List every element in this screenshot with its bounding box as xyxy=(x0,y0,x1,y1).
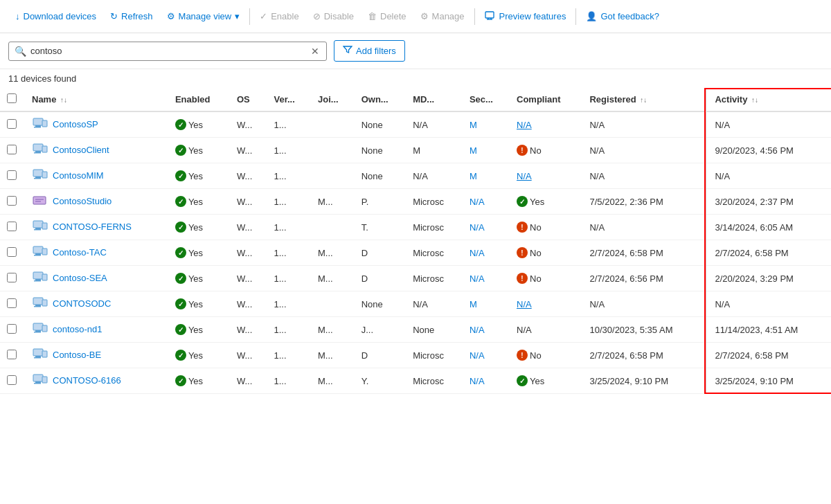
ver-cell: 1... xyxy=(267,215,311,240)
device-name-link[interactable]: CONTOSODC xyxy=(53,298,111,309)
svg-rect-44 xyxy=(35,381,41,383)
device-name-link[interactable]: CONTOSO-6166 xyxy=(53,375,121,386)
sec-cell: M xyxy=(463,163,510,189)
row-checkbox[interactable] xyxy=(7,222,17,231)
col-header-own: Own... xyxy=(355,88,406,111)
registered-cell: 2/7/2024, 6:58 PM xyxy=(582,343,706,368)
device-name-link[interactable]: ContosoSP xyxy=(53,119,98,129)
os-cell: W... xyxy=(230,368,267,394)
disable-button[interactable]: ⊘ Disable xyxy=(306,7,361,26)
delete-label: Delete xyxy=(380,11,406,21)
table-row: CONTOSO-6166 ✓ Yes W... 1... M... Y. Mic… xyxy=(0,368,831,394)
svg-rect-38 xyxy=(42,325,47,332)
sec-cell: N/A xyxy=(463,266,510,291)
device-name-link[interactable]: Contoso-TAC xyxy=(53,247,107,258)
search-input[interactable] xyxy=(30,46,310,56)
row-checkbox[interactable] xyxy=(7,375,17,385)
svg-rect-37 xyxy=(34,332,41,333)
row-checkbox-cell xyxy=(0,189,25,215)
enabled-cell: ✓ Yes xyxy=(168,291,230,317)
trash-icon: 🗑 xyxy=(368,11,377,21)
svg-rect-36 xyxy=(35,330,41,332)
search-clear-button[interactable]: ✕ xyxy=(310,46,321,57)
os-cell: W... xyxy=(230,215,267,240)
enabled-status: ✓ Yes xyxy=(175,273,203,284)
got-feedback-button[interactable]: 👤 Got feedback? xyxy=(579,7,666,26)
enabled-cell: ✓ Yes xyxy=(168,189,230,215)
device-name-link[interactable]: Contoso-BE xyxy=(53,350,101,360)
col-header-registered[interactable]: Registered ↑↓ xyxy=(582,88,706,111)
svg-rect-25 xyxy=(34,255,41,256)
device-name-link[interactable]: Contoso-SEA xyxy=(53,273,107,283)
enabled-cell: ✓ Yes xyxy=(168,317,230,343)
enabled-status: ✓ Yes xyxy=(175,375,203,386)
enabled-status: ✓ Yes xyxy=(175,222,203,233)
devices-table-wrapper: Name ↑↓ Enabled OS Ver... Joi... Own... … xyxy=(0,88,831,394)
col-header-activity[interactable]: Activity ↑↓ xyxy=(706,88,831,111)
row-checkbox[interactable] xyxy=(7,273,17,282)
ver-cell: 1... xyxy=(267,291,311,317)
own-cell: None xyxy=(355,163,406,189)
row-checkbox[interactable] xyxy=(7,170,17,180)
ver-cell: 1... xyxy=(267,163,311,189)
svg-rect-14 xyxy=(34,178,41,179)
manage-label: Manage xyxy=(432,11,465,21)
row-checkbox-cell xyxy=(0,240,25,266)
device-icon xyxy=(32,219,48,233)
enabled-cell: ✓ Yes xyxy=(168,111,230,138)
refresh-button[interactable]: ↻ Refresh xyxy=(103,7,160,26)
add-filters-button[interactable]: Add filters xyxy=(334,40,405,62)
col-header-enabled: Enabled xyxy=(168,88,230,111)
row-checkbox[interactable] xyxy=(7,196,17,206)
device-name-link[interactable]: ContosoClient xyxy=(53,145,109,155)
device-name-cell: CONTOSO-FERNS xyxy=(25,215,168,240)
joi-cell: M... xyxy=(311,240,355,266)
os-cell: W... xyxy=(230,317,267,343)
svg-rect-10 xyxy=(34,152,41,154)
delete-button[interactable]: 🗑 Delete xyxy=(361,7,413,26)
device-name-cell: Contoso-SEA xyxy=(25,266,168,291)
row-checkbox[interactable] xyxy=(7,119,17,129)
feedback-icon: 👤 xyxy=(586,11,597,21)
os-cell: W... xyxy=(230,266,267,291)
row-checkbox[interactable] xyxy=(7,324,17,334)
preview-features-button[interactable]: Preview features xyxy=(478,6,573,27)
svg-rect-43 xyxy=(33,375,43,381)
manage-button[interactable]: ⚙ Manage xyxy=(413,7,472,26)
os-cell: W... xyxy=(230,163,267,189)
enabled-cell: ✓ Yes xyxy=(168,266,230,291)
md-cell: Microsc xyxy=(406,266,463,291)
registered-cell: N/A xyxy=(582,138,706,163)
download-devices-button[interactable]: ↓ Download devices xyxy=(8,7,103,26)
device-name-link[interactable]: CONTOSO-FERNS xyxy=(53,222,132,232)
ver-cell: 1... xyxy=(267,189,311,215)
sec-cell: N/A xyxy=(463,215,510,240)
sec-cell: M xyxy=(463,111,510,138)
row-checkbox-cell xyxy=(0,138,25,163)
manage-view-button[interactable]: ⚙ Manage view ▾ xyxy=(160,7,247,26)
row-checkbox-cell xyxy=(0,368,25,394)
table-row: Contoso-SEA ✓ Yes W... 1... M... D Micro… xyxy=(0,266,831,291)
device-name-link[interactable]: contoso-nd1 xyxy=(53,324,102,334)
registered-sort-icon: ↑↓ xyxy=(640,96,647,104)
row-checkbox[interactable] xyxy=(7,247,17,257)
separator-2 xyxy=(474,8,475,25)
own-cell: J... xyxy=(355,317,406,343)
preview-icon xyxy=(485,10,496,23)
activity-cell: 3/14/2024, 6:05 AM xyxy=(706,215,831,240)
row-checkbox[interactable] xyxy=(7,298,17,308)
device-icon xyxy=(32,117,48,131)
device-name-cell: CONTOSODC xyxy=(25,291,168,317)
own-cell: None xyxy=(355,111,406,138)
row-checkbox[interactable] xyxy=(7,145,17,154)
svg-rect-9 xyxy=(35,151,41,152)
enable-button[interactable]: ✓ Enable xyxy=(253,7,305,26)
col-header-name[interactable]: Name ↑↓ xyxy=(25,88,168,111)
enabled-cell: ✓ Yes xyxy=(168,368,230,394)
device-name-link[interactable]: ContosoStudio xyxy=(53,196,111,206)
table-row: CONTOSO-FERNS ✓ Yes W... 1... T. Microsc… xyxy=(0,215,831,240)
device-name-link[interactable]: ContosoMIM xyxy=(53,170,104,181)
col-header-md: MD... xyxy=(406,88,463,111)
row-checkbox[interactable] xyxy=(7,350,17,359)
select-all-checkbox[interactable] xyxy=(7,93,17,103)
